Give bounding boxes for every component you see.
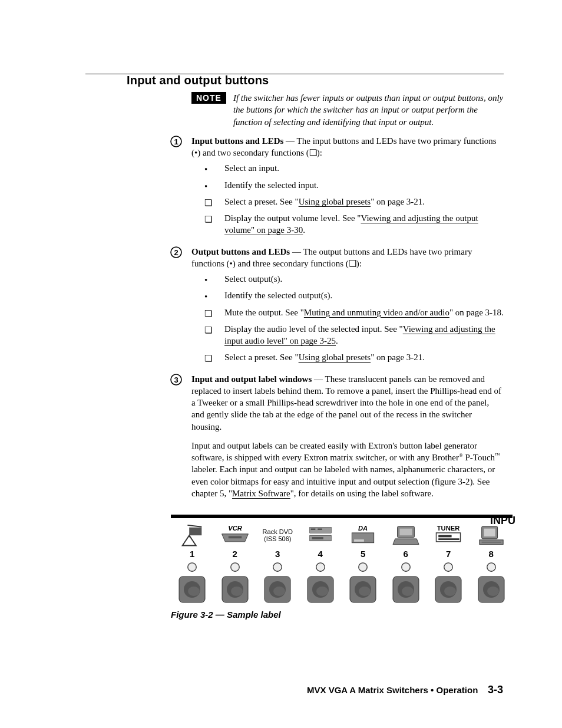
- item-3-lead: Input and output label windows: [191, 374, 312, 384]
- slot-3-rack-dvd: Rack DVD (ISS 506): [259, 523, 296, 548]
- item-2-bullets: •Select output(s). •Identify the selecte…: [191, 273, 504, 364]
- led-icon: [473, 561, 510, 573]
- svg-text:TUNER: TUNER: [437, 525, 460, 532]
- svg-text:VCR: VCR: [228, 525, 242, 532]
- svg-rect-21: [399, 528, 412, 535]
- svg-rect-19: [354, 539, 364, 542]
- svg-point-49: [316, 587, 328, 596]
- slot-4-icon: [302, 523, 339, 548]
- input-button[interactable]: [430, 575, 467, 604]
- link-global-presets[interactable]: Using global presets: [299, 197, 371, 206]
- svg-point-46: [273, 587, 285, 596]
- led-icon: [302, 561, 339, 573]
- list-item-3: 3 Input and output label windows — These…: [191, 373, 504, 507]
- svg-text:DA: DA: [358, 525, 368, 532]
- list-item-1: 1 Input buttons and LEDs — The input but…: [191, 135, 504, 242]
- slot-5-da: DA: [345, 523, 381, 548]
- slot-1-icon: [174, 523, 210, 548]
- note-badge: NOTE: [191, 92, 226, 104]
- svg-point-37: [487, 563, 495, 571]
- led-icon: [388, 561, 424, 573]
- svg-rect-11: [229, 536, 242, 539]
- list-item-2: 2 Output buttons and LEDs — The output b…: [191, 246, 504, 370]
- item-2-lead: Output buttons and LEDs: [191, 247, 290, 256]
- item-1-bullets: •Select an input. •Identify the selected…: [191, 162, 504, 236]
- link-matrix-software[interactable]: Matrix Software: [232, 489, 290, 498]
- circled-2-icon: 2: [170, 246, 182, 258]
- figure-3-2: INPU VCR Rack DVD (ISS 506): [171, 515, 513, 604]
- svg-point-40: [188, 587, 200, 596]
- svg-point-35: [402, 563, 410, 571]
- slot-2-vcr: VCR: [217, 523, 253, 548]
- input-button[interactable]: [174, 575, 210, 604]
- led-icon: [345, 561, 381, 573]
- svg-rect-12: [310, 528, 331, 533]
- section-heading: Input and output buttons: [127, 74, 504, 87]
- svg-rect-24: [438, 535, 451, 538]
- note-block: NOTE If the switcher has fewer inputs or…: [191, 92, 504, 128]
- link-muting[interactable]: Muting and unmuting video and/or audio: [304, 308, 449, 317]
- svg-rect-25: [438, 539, 459, 541]
- led-icon: [217, 561, 253, 573]
- slot-6-laptop-icon: [388, 523, 424, 548]
- svg-point-9: [189, 535, 190, 537]
- svg-point-55: [402, 587, 414, 596]
- svg-text:3: 3: [174, 375, 178, 384]
- page-footer: MVX VGA A Matrix Switchers • Operation 3…: [307, 684, 503, 696]
- svg-rect-27: [484, 528, 495, 536]
- led-icon: [430, 561, 467, 573]
- link-global-presets-2[interactable]: Using global presets: [299, 353, 371, 362]
- slot-numbers: 1 2 3 4 5 6 7 8: [171, 549, 513, 559]
- circled-3-icon: 3: [170, 374, 182, 386]
- input-button[interactable]: [388, 575, 424, 604]
- svg-point-43: [231, 587, 243, 596]
- note-text: If the switcher has fewer inputs or outp…: [233, 92, 504, 128]
- svg-rect-14: [318, 528, 322, 529]
- input-button[interactable]: [217, 575, 253, 604]
- svg-text:2: 2: [174, 248, 178, 256]
- led-icon: [259, 561, 296, 573]
- item-1-lead: Input buttons and LEDs: [191, 136, 283, 146]
- svg-text:1: 1: [174, 137, 178, 146]
- svg-point-61: [487, 587, 499, 596]
- svg-point-31: [231, 563, 239, 571]
- svg-point-32: [273, 563, 282, 571]
- svg-rect-16: [312, 537, 323, 539]
- input-button[interactable]: [302, 575, 339, 604]
- slot-7-tuner: TUNER: [430, 523, 467, 548]
- item-3-para2: Input and output labels can be created e…: [191, 440, 504, 499]
- svg-point-34: [359, 563, 367, 571]
- circled-1-icon: 1: [170, 136, 182, 147]
- input-button[interactable]: [259, 575, 296, 604]
- svg-point-58: [444, 587, 456, 596]
- figure-caption: Figure 3-2 — Sample label: [171, 610, 504, 620]
- svg-point-30: [188, 563, 196, 571]
- svg-rect-13: [310, 528, 315, 529]
- inputs-label: INPU: [490, 515, 515, 527]
- svg-point-33: [316, 563, 325, 571]
- svg-rect-6: [189, 528, 201, 535]
- input-button[interactable]: [345, 575, 381, 604]
- svg-line-7: [188, 525, 202, 527]
- svg-point-36: [444, 563, 452, 571]
- input-button[interactable]: [473, 575, 510, 604]
- svg-point-52: [359, 587, 371, 596]
- led-icon: [174, 561, 210, 573]
